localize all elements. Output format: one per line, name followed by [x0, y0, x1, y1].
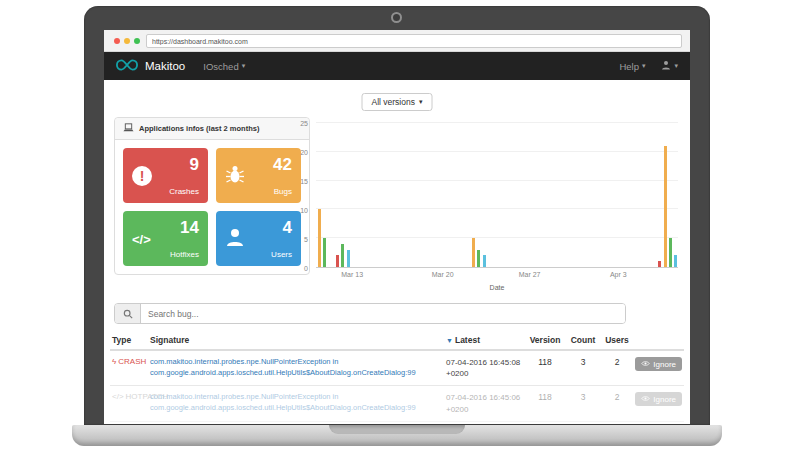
window-minimize-button[interactable]	[124, 38, 130, 44]
laptop-base-notch	[329, 425, 465, 434]
header-version[interactable]: Version	[524, 335, 566, 345]
y-tick-label: 10	[300, 207, 308, 214]
y-tick-label: 25	[300, 120, 308, 127]
bug-signature-cell: com.makitoo.internal.probes.npe.NullPoin…	[150, 357, 446, 378]
bug-latest-cell: 07-04-2016 16:45:06 +0200	[446, 392, 524, 414]
applications-info-header: Applications infos (last 2 months)	[115, 118, 309, 140]
bug-latest-cell: 07-04-2016 16:45:08 +0200	[446, 357, 524, 379]
bug-action-cell: Ignore	[634, 392, 684, 406]
chart-bar	[318, 209, 321, 267]
hotfixes-label: Hotfixes	[170, 250, 199, 259]
dashboard-content: All versions ▾ Applications infos (last …	[104, 80, 690, 424]
all-versions-label: All versions	[372, 97, 415, 107]
bug-type-cell: ϟ CRASH	[110, 357, 150, 366]
eye-icon	[641, 360, 650, 369]
bug-users-cell: 2	[600, 392, 634, 402]
stats-grid: ! 9 Crashes	[115, 140, 309, 274]
bug-version-cell: 118	[524, 357, 566, 367]
laptop-icon	[123, 123, 134, 134]
x-tick-label: Apr 3	[610, 271, 627, 278]
chart-bar	[336, 255, 339, 267]
header-latest[interactable]: ▼Latest	[446, 335, 524, 345]
chevron-down-icon: ▾	[419, 98, 423, 106]
bug-signature-link[interactable]: com.makitoo.internal.probes.npe.NullPoin…	[150, 357, 438, 378]
crash-alert-icon: !	[132, 166, 152, 186]
chart-bar	[323, 238, 326, 267]
browser-screen: Makitoo IOsched ▾ Help ▾ ▾ All versions …	[104, 30, 690, 424]
bug-table: Type Signature ▼Latest Version Count Use…	[110, 332, 684, 422]
bug-version-cell: 118	[524, 392, 566, 402]
header-type[interactable]: Type	[110, 335, 150, 345]
hotfixes-card: </> 14 Hotfixes	[123, 211, 208, 266]
x-tick-label: Mar 27	[519, 271, 541, 278]
chevron-down-icon: ▾	[642, 62, 646, 70]
user-icon	[661, 60, 671, 72]
y-tick-label: 0	[304, 265, 308, 272]
user-menu-dropdown[interactable]: ▾	[661, 60, 678, 72]
header-count[interactable]: Count	[566, 335, 600, 345]
bug-count-cell: 3	[566, 357, 600, 367]
browser-chrome	[104, 30, 690, 52]
bug-signature-link[interactable]: com.makitoo.internal.probes.npe.NullPoin…	[150, 392, 438, 413]
makitoo-logo-icon	[116, 57, 138, 75]
y-tick-label: 20	[300, 149, 308, 156]
bug-type-cell: </> HOTPATCH	[110, 392, 150, 401]
eye-icon	[641, 395, 650, 404]
table-row: ϟ CRASH com.makitoo.internal.probes.npe.…	[110, 351, 684, 386]
lightning-icon: ϟ	[112, 357, 116, 366]
applications-info-panel: Applications infos (last 2 months) ! 9 C…	[114, 117, 310, 275]
chevron-down-icon: ▾	[674, 62, 678, 70]
chart-bar	[477, 250, 480, 267]
crashes-card: ! 9 Crashes	[123, 148, 208, 203]
ignore-button-label: Ignore	[653, 395, 676, 404]
chart-x-axis-title: Date	[316, 284, 678, 291]
help-dropdown-label: Help	[619, 61, 639, 72]
bug-signature-cell: com.makitoo.internal.probes.npe.NullPoin…	[150, 392, 446, 413]
chart-bar	[674, 255, 677, 267]
bug-table-header: Type Signature ▼Latest Version Count Use…	[110, 332, 684, 351]
chevron-down-icon: ▾	[242, 62, 246, 70]
x-tick-label: Mar 20	[432, 271, 454, 278]
table-row: </> HOTPATCH com.makitoo.internal.probes…	[110, 386, 684, 421]
ignore-button[interactable]: Ignore	[635, 357, 682, 371]
search-icon	[115, 304, 141, 323]
chart-bar	[664, 146, 667, 267]
bug-latest-value: 07-04-2016 16:45:06 +0200	[446, 393, 520, 413]
bug-latest-value: 07-04-2016 16:45:08 +0200	[446, 358, 520, 378]
chart-bar	[669, 238, 672, 267]
crashes-count: 9	[190, 156, 199, 173]
top-navbar: Makitoo IOsched ▾ Help ▾ ▾	[104, 52, 690, 80]
ignore-button-label: Ignore	[653, 360, 676, 369]
help-dropdown[interactable]: Help ▾	[619, 61, 645, 72]
window-maximize-button[interactable]	[134, 38, 140, 44]
bug-icon	[225, 164, 245, 188]
window-close-button[interactable]	[114, 38, 120, 44]
header-users[interactable]: Users	[600, 335, 634, 345]
ignore-button[interactable]: Ignore	[635, 392, 682, 406]
project-dropdown[interactable]: IOsched ▾	[203, 61, 245, 72]
all-versions-button[interactable]: All versions ▾	[362, 93, 433, 111]
code-icon: </>	[132, 230, 151, 248]
chart-bar	[472, 238, 475, 267]
header-signature[interactable]: Signature	[150, 335, 446, 345]
bug-users-cell: 2	[600, 357, 634, 367]
address-bar[interactable]	[146, 34, 682, 48]
webcam-dot	[391, 12, 402, 23]
user-icon	[225, 227, 245, 251]
code-icon: </>	[112, 392, 124, 401]
header-latest-label: Latest	[455, 335, 480, 345]
chart-bar	[658, 261, 661, 267]
y-tick-label: 5	[304, 236, 308, 243]
search-input[interactable]	[141, 304, 625, 323]
bug-count-cell: 3	[566, 392, 600, 402]
bug-type-label: CRASH	[118, 357, 146, 366]
project-dropdown-label: IOsched	[203, 61, 238, 72]
chart-bar	[347, 250, 350, 267]
applications-info-title: Applications infos (last 2 months)	[139, 124, 259, 133]
chart-plot	[316, 123, 678, 268]
brand-name[interactable]: Makitoo	[145, 60, 185, 72]
sort-descending-icon: ▼	[446, 337, 453, 344]
crashes-label: Crashes	[169, 187, 199, 196]
chart-x-axis: Mar 13Mar 20Mar 27Apr 3	[316, 271, 678, 281]
chart-bar	[483, 255, 486, 267]
